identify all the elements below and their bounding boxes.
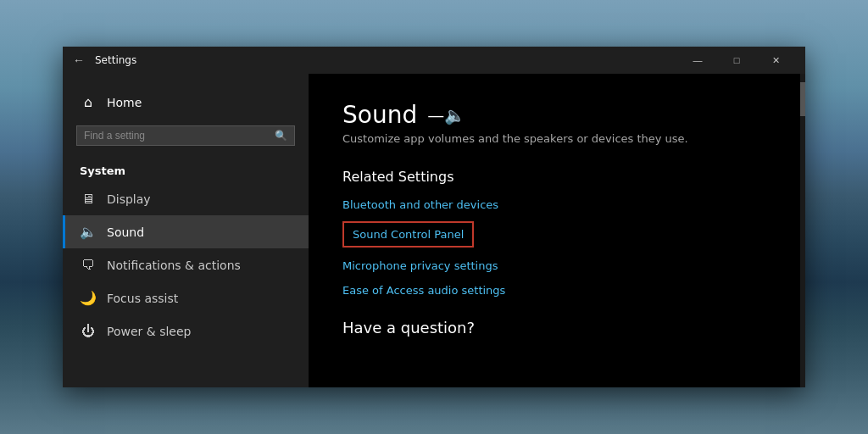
sidebar-item-label: Sound [107, 225, 144, 239]
page-title: Sound [342, 101, 417, 129]
sidebar-item-label: Display [107, 192, 151, 206]
window-content: ⌂ Home 🔍 System 🖥 Display 🔈 Sound 🗨 Noti… [63, 74, 805, 387]
sidebar-item-sound[interactable]: 🔈 Sound [63, 215, 309, 248]
sidebar-item-label: Notifications & actions [107, 259, 241, 272]
sidebar-item-home[interactable]: ⌂ Home [63, 87, 309, 117]
display-icon: 🖥 [80, 191, 97, 207]
sidebar-item-focus-assist[interactable]: 🌙 Focus assist [63, 281, 309, 314]
settings-window: ← Settings — □ ✕ ⌂ Home 🔍 System 🖥 Displ… [63, 47, 805, 387]
sidebar-item-power-sleep[interactable]: ⏻ Power & sleep [63, 314, 309, 348]
focus-icon: 🌙 [80, 290, 97, 306]
sound-icon: 🔈 [80, 224, 97, 240]
sidebar-item-label: Power & sleep [107, 325, 191, 338]
window-controls: — □ ✕ [678, 47, 795, 74]
page-subtitle: Customize app volumes and the speakers o… [342, 132, 771, 145]
sidebar-item-notifications[interactable]: 🗨 Notifications & actions [63, 248, 309, 281]
sidebar: ⌂ Home 🔍 System 🖥 Display 🔈 Sound 🗨 Noti… [63, 74, 309, 387]
back-button[interactable]: ← [73, 53, 85, 67]
search-bar[interactable]: 🔍 [76, 125, 295, 146]
related-settings-heading: Related Settings [342, 169, 771, 185]
home-label: Home [107, 96, 142, 109]
scrollbar-track [800, 74, 805, 387]
power-icon: ⏻ [80, 323, 97, 339]
search-input[interactable] [84, 130, 270, 142]
home-icon: ⌂ [80, 94, 97, 110]
sidebar-item-display[interactable]: 🖥 Display [63, 182, 309, 215]
titlebar: ← Settings — □ ✕ [63, 47, 805, 74]
window-title: Settings [95, 54, 671, 66]
main-content: Sound —🔈 Customize app volumes and the s… [309, 74, 805, 387]
sidebar-section-system: System [63, 154, 309, 182]
notifications-icon: 🗨 [80, 257, 97, 273]
close-button[interactable]: ✕ [756, 47, 795, 74]
page-sound-icon: —🔈 [427, 105, 465, 125]
have-a-question-heading: Have a question? [342, 319, 771, 337]
search-icon: 🔍 [275, 130, 287, 142]
scrollbar-thumb[interactable] [800, 82, 805, 116]
link-microphone[interactable]: Microphone privacy settings [342, 258, 771, 274]
link-bluetooth[interactable]: Bluetooth and other devices [342, 197, 771, 213]
link-sound-control-panel[interactable]: Sound Control Panel [342, 221, 474, 248]
link-ease-of-access[interactable]: Ease of Access audio settings [342, 282, 771, 298]
page-header: Sound —🔈 [342, 101, 771, 129]
sidebar-item-label: Focus assist [107, 292, 178, 305]
maximize-button[interactable]: □ [717, 47, 756, 74]
minimize-button[interactable]: — [678, 47, 717, 74]
